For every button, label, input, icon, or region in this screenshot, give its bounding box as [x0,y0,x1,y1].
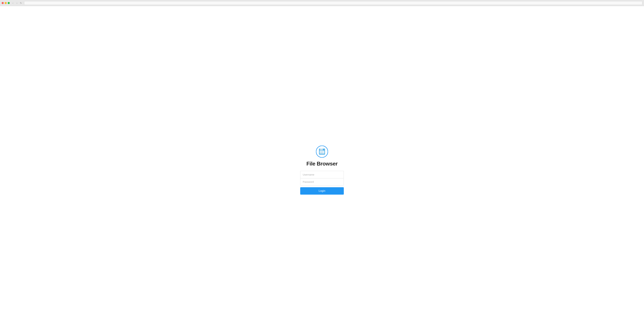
browser-controls: ‹ › ↻ [12,1,22,4]
login-container: File Browser Login [300,146,344,195]
minimize-button[interactable] [5,2,7,4]
login-button[interactable]: Login [300,187,344,195]
username-input[interactable] [300,171,344,178]
password-input[interactable] [300,178,344,185]
close-button[interactable] [2,2,4,4]
filebrowser-icon [316,146,328,158]
browser-chrome: ‹ › ↻ [0,0,644,6]
app-title: File Browser [306,161,338,167]
svg-rect-2 [320,151,324,154]
traffic-lights [2,2,10,4]
svg-rect-4 [321,149,321,150]
forward-button[interactable]: › [16,1,18,4]
address-bar[interactable] [24,1,642,5]
maximize-button[interactable] [8,2,10,4]
back-button[interactable]: ‹ [12,1,14,4]
refresh-button[interactable]: ↻ [20,1,22,4]
login-form [300,171,344,185]
browser-content: File Browser Login [0,6,644,334]
